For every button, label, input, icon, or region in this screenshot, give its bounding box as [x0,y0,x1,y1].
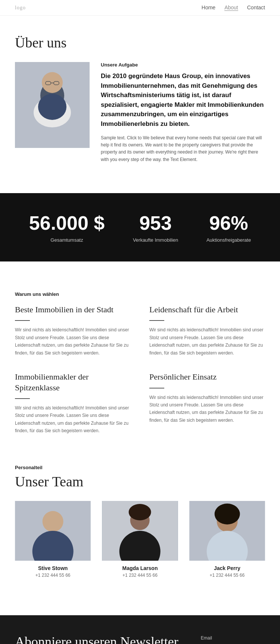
why-section: Warum uns wählen Beste Immobilien in der… [0,280,280,453]
stat-label-0: Gesamtumsatz [29,237,105,243]
team-photo-0 [15,501,91,561]
stat-label-1: Verkaufte Immobilien [133,237,178,243]
why-title-1: Leidenschaft für die Arbeit [149,304,265,315]
why-divider-3 [149,388,164,388]
team-phone-2: +1 232 444 55 66 [189,573,265,578]
why-grid: Beste Immobilien in der Stadt Wir sind n… [15,304,265,435]
newsletter-left: Abonniere unseren Newsletter [15,634,178,644]
logo: logo [15,5,26,11]
team-member-1: Magda Larson +1 232 444 55 66 [102,501,178,578]
about-image [15,62,90,148]
about-label: Unsere Aufgabe [101,62,265,68]
why-section-label: Warum uns wählen [15,291,265,297]
stat-number-2: 96% [206,212,251,234]
page-title: Über uns [15,34,265,51]
stat-number-1: 953 [133,212,178,234]
team-member-2: Jack Perry +1 232 444 55 66 [189,501,265,578]
about-content: Unsere Aufgabe Die 2010 gegründete Haus … [15,62,265,163]
newsletter-section: Abonniere unseren Newsletter Email Einre… [0,615,280,644]
newsletter-title: Abonniere unseren Newsletter [15,634,178,644]
stats-section: 56.000 $ Gesamtumsatz 953 Verkaufte Immo… [0,193,280,261]
svg-point-9 [43,511,63,532]
nav-home[interactable]: Home [202,4,215,11]
stat-number-0: 56.000 $ [29,212,105,234]
team-member-0: Stive Stown +1 232 444 55 66 [15,501,91,578]
team-photo-1 [102,501,178,561]
team-phone-0: +1 232 444 55 66 [15,573,91,578]
team-section: Personalteil Unser Team Stive Stown +1 2… [0,453,280,597]
why-item-2: Immobilienmakler der Spitzenklasse Wir s… [15,372,131,435]
why-item-3: Persönlicher Einsatz Wir sind nichts als… [149,372,265,435]
team-phone-1: +1 232 444 55 66 [102,573,178,578]
why-text-3: Wir sind nichts als leidenschaftlich! Im… [149,394,265,424]
why-title-0: Beste Immobilien in der Stadt [15,304,131,315]
team-name-0: Stive Stown [15,565,91,571]
about-section: Über uns Unsere Aufgabe Die 2010 [0,16,280,174]
about-headline: Die 2010 gegründete Haus Group, ein inno… [101,71,265,129]
navigation: logo Home About Contact [0,0,280,16]
team-name-2: Jack Perry [189,565,265,571]
stat-verkaufte: 953 Verkaufte Immobilien [133,212,178,243]
stat-label-2: Auktionsfreigaberate [206,237,251,243]
nav-contact[interactable]: Contact [247,4,265,11]
team-title: Unser Team [15,473,265,490]
team-photo-2 [189,501,265,561]
email-input[interactable] [201,643,265,644]
why-text-1: Wir sind nichts als leidenschaftlich! Im… [149,326,265,357]
email-label: Email [201,635,265,641]
svg-point-2 [42,72,63,93]
stat-gesamtumsatz: 56.000 $ Gesamtumsatz [29,212,105,243]
why-text-2: Wir sind nichts als leidenschaftlich! Im… [15,404,131,435]
svg-point-18 [214,504,240,524]
why-divider-0 [15,320,30,321]
nav-links: Home About Contact [202,4,265,11]
why-title-2: Immobilienmakler der Spitzenklasse [15,372,131,393]
why-item-0: Beste Immobilien in der Stadt Wir sind n… [15,304,131,357]
nav-about[interactable]: About [224,4,238,11]
why-item-1: Leidenschaft für die Arbeit Wir sind nic… [149,304,265,357]
team-name-1: Magda Larson [102,565,178,571]
team-grid: Stive Stown +1 232 444 55 66 Magda Larso… [15,501,265,578]
newsletter-right: Email Einreichen [201,634,265,644]
svg-point-14 [129,504,151,520]
svg-point-4 [38,94,66,120]
stat-auktions: 96% Auktionsfreigaberate [206,212,251,243]
why-divider-1 [149,320,164,321]
why-divider-2 [15,398,30,399]
about-text: Unsere Aufgabe Die 2010 gegründete Haus … [101,62,265,163]
about-subtext: Sample text. Click to We believe that ev… [101,134,265,163]
team-section-label: Personalteil [15,465,265,470]
why-title-3: Persönlicher Einsatz [149,372,265,383]
why-text-0: Wir sind nichts als leidenschaftlich! Im… [15,326,131,357]
